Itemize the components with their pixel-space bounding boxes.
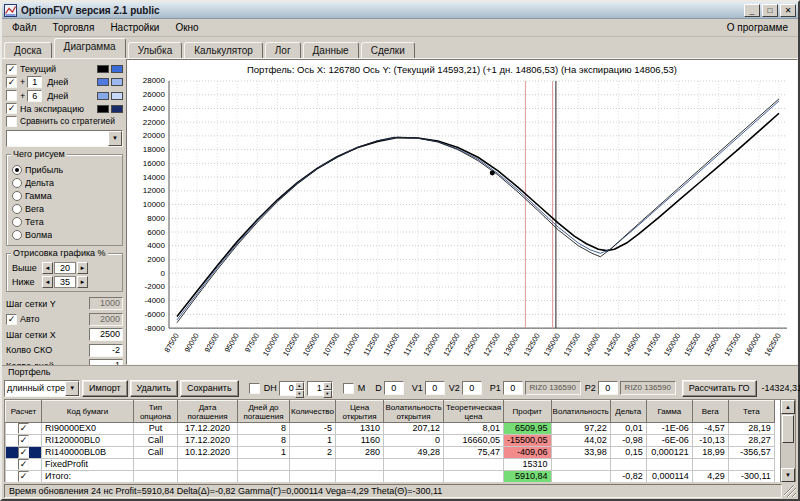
tab-data[interactable]: Данные (303, 42, 359, 59)
above-increment-button[interactable]: ► (77, 262, 88, 274)
table-row[interactable]: ✓Итого:5910,84-0,820,0001144,29-300,11 (6, 471, 775, 483)
row-calc-checkbox[interactable]: ✓ (18, 459, 29, 470)
scroll-up-icon[interactable]: ▲ (781, 400, 795, 414)
tab-log[interactable]: Лог (265, 42, 301, 59)
curve-checkbox-plus6days[interactable] (6, 90, 17, 101)
spin-down-icon[interactable]: ▼ (295, 390, 304, 398)
column-header[interactable]: Гамма (646, 401, 692, 423)
menu-item-settings[interactable]: Настройки (102, 20, 167, 35)
column-header[interactable]: Дельта (610, 401, 646, 423)
table-row[interactable]: ✓RI140000BL0BCall10.12.20201228049,2875,… (6, 447, 775, 459)
table-row[interactable]: ✓FixedProfit15310 (6, 459, 775, 471)
tab-smile[interactable]: Улыбка (128, 42, 183, 59)
column-header[interactable]: Тета (728, 401, 774, 423)
days-offset-field[interactable]: 1 (27, 76, 42, 88)
grid-step-y-input[interactable]: 1000 (89, 297, 123, 310)
delete-button[interactable]: Удалить (130, 380, 178, 397)
close-button[interactable]: ✕ (780, 4, 796, 17)
column-header[interactable]: Расчет (6, 401, 42, 423)
v2-field[interactable]: 0 (462, 381, 482, 395)
below-increment-button[interactable]: ► (77, 276, 88, 288)
tab-diagram[interactable]: Диаграмма (54, 38, 126, 58)
below-decrement-button[interactable]: ◄ (42, 276, 53, 288)
m-checkbox[interactable] (343, 383, 354, 394)
p2-field[interactable]: 0 (598, 381, 618, 395)
above-decrement-button[interactable]: ◄ (42, 262, 53, 274)
row-calc-checkbox[interactable]: ✓ (18, 471, 29, 482)
save-button[interactable]: Сохранить (180, 380, 239, 397)
column-header[interactable]: Дней до погашения (238, 401, 290, 423)
strategy-compare-select[interactable]: ▼ (6, 130, 123, 147)
curve-color-swatch[interactable] (111, 65, 123, 73)
menu-item-window[interactable]: Окно (167, 20, 206, 35)
radio-gamma[interactable] (12, 191, 22, 201)
compare-strategy-checkbox[interactable] (6, 116, 17, 127)
table-row[interactable]: ✓RI90000EX0Put17.12.20208-51310207,128,0… (6, 423, 775, 435)
grid-step-x-input[interactable]: 2500 (89, 328, 123, 341)
table-row[interactable]: ✓RI120000BL0Call17.12.2020811160016660,0… (6, 435, 775, 447)
spin-up-icon[interactable]: ▲ (323, 382, 332, 390)
curve-checkbox-expiration[interactable]: ✓ (6, 103, 17, 114)
radio-vega[interactable] (12, 204, 22, 214)
row-select-cell[interactable]: ✓ (6, 459, 42, 471)
curve-color-swatch[interactable] (97, 92, 109, 100)
column-header[interactable]: Цена открытия (336, 401, 384, 423)
d-field[interactable]: 0 (384, 381, 404, 395)
tab-board[interactable]: Доска (4, 42, 52, 59)
calc-margin-button[interactable]: Рассчитать ГО (682, 380, 757, 397)
profit-chart[interactable]: -8000-6000-4000-200002000400060008000100… (127, 77, 797, 364)
column-header[interactable]: Волатильность открытия (384, 401, 444, 423)
radio-volma[interactable] (12, 230, 22, 240)
import-button[interactable]: Импорт (82, 380, 127, 397)
chevron-down-icon[interactable]: ▼ (108, 131, 122, 146)
column-header[interactable]: Волатильность (551, 401, 610, 423)
days-offset-field[interactable]: 6 (27, 90, 42, 102)
dh-spinner-2[interactable]: 1 ▲▼ (307, 381, 333, 396)
radio-theta[interactable] (12, 217, 22, 227)
table-scrollbar[interactable]: ▲ ▼ (780, 400, 795, 482)
scroll-down-icon[interactable]: ▼ (781, 468, 795, 482)
menu-item-trade[interactable]: Торговля (45, 20, 103, 35)
column-header[interactable]: Тип опциона (134, 401, 178, 423)
radio-delta[interactable] (12, 178, 22, 188)
row-calc-checkbox[interactable]: ✓ (18, 435, 29, 446)
row-select-cell[interactable]: ✓ (6, 423, 42, 435)
auto-checkbox[interactable]: ✓ (6, 314, 17, 325)
curve-checkbox-plus1day[interactable]: ✓ (6, 77, 17, 88)
chart-area[interactable]: Портфель: Ось X: 126780 Ось Y: (Текущий … (126, 59, 798, 365)
chevron-down-icon[interactable]: ▼ (65, 381, 79, 396)
tab-calculator[interactable]: Калькулятор (184, 42, 263, 59)
scroll-thumb[interactable] (782, 415, 794, 443)
p1-field[interactable]: 0 (503, 381, 523, 395)
curve-color-swatch[interactable] (111, 92, 123, 100)
titlebar[interactable]: OptionFVV версия 2.1 public _ □ ✕ (2, 2, 798, 19)
curve-color-swatch[interactable] (97, 105, 109, 113)
maximize-button[interactable]: □ (762, 4, 778, 17)
row-select-cell[interactable]: ✓ (6, 471, 42, 483)
below-value-field[interactable]: 35 (54, 276, 76, 288)
column-header[interactable]: Теоретическая цена (444, 401, 504, 423)
curve-color-swatch[interactable] (97, 78, 109, 86)
strategy-select[interactable]: длинный стре ▼ (4, 380, 80, 397)
above-value-field[interactable]: 20 (54, 262, 76, 274)
menu-item-file[interactable]: Файл (4, 20, 45, 35)
column-header[interactable]: Код бумаги (42, 401, 134, 423)
radio-profit[interactable] (12, 165, 22, 175)
tab-deals[interactable]: Сделки (361, 42, 415, 59)
row-select-cell[interactable]: ✓ (6, 447, 42, 459)
curve-checkbox-current[interactable]: ✓ (6, 64, 17, 75)
column-header[interactable]: Профит (504, 401, 552, 423)
dh-spinner-1[interactable]: 0 ▲▼ (279, 381, 305, 396)
spin-down-icon[interactable]: ▼ (323, 390, 332, 398)
v1-field[interactable]: 0 (425, 381, 445, 395)
menu-item-about[interactable]: О программе (719, 20, 796, 35)
row-calc-checkbox[interactable]: ✓ (18, 423, 29, 434)
dh-checkbox[interactable] (249, 383, 260, 394)
column-header[interactable]: Дата погашения (178, 401, 238, 423)
curve-color-swatch[interactable] (97, 65, 109, 73)
curve-color-swatch[interactable] (111, 105, 123, 113)
column-header[interactable]: Вега (692, 401, 728, 423)
resize-grip[interactable] (784, 485, 796, 497)
spin-up-icon[interactable]: ▲ (295, 382, 304, 390)
row-calc-checkbox[interactable]: ✓ (18, 447, 29, 458)
